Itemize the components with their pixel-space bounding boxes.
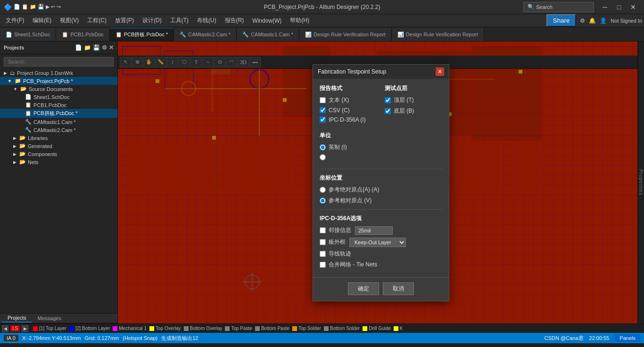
dialog-units-section: 单位 英制 (I) [320, 132, 442, 163]
notification-icon[interactable]: 🔔 [589, 17, 596, 24]
maximize-button[interactable]: □ [612, 0, 626, 14]
layer-prev[interactable]: ◀ [2, 325, 8, 332]
layer-k[interactable]: K [394, 326, 403, 331]
sidebar-search-input[interactable] [4, 57, 114, 66]
tree-item-components[interactable]: ▶ 📂 Components [0, 150, 117, 158]
redo-icon[interactable]: ↪ [57, 4, 61, 10]
layer-top-overlay[interactable]: Top Overlay [149, 326, 181, 331]
tree-item-project-group[interactable]: ▶ 🗂 Project Group 1.DsnWrk [0, 69, 117, 77]
tree-icon: 📋 [25, 110, 32, 116]
tab-messages[interactable]: Messages [32, 314, 67, 322]
report-format-section: 报告格式 文本 (X) CSV (C) IPC-D- [320, 84, 377, 126]
menu-tools[interactable]: 工具(T) [166, 15, 192, 26]
minimize-button[interactable]: ─ [598, 0, 612, 14]
canvas-area[interactable]: ↖ ⊕ ✋ 📏 / ⬡ T ~ ⊙ ◠ 3D ••• [118, 41, 644, 323]
layer-label-tpaste: Top Paste [231, 326, 252, 331]
menu-reports[interactable]: 报告(R) [221, 15, 248, 26]
share-button[interactable]: Share [546, 14, 577, 27]
menu-edit[interactable]: 编辑(E) [29, 15, 55, 26]
radio-absolute-label: 参考绝对原点(A) (A) [329, 186, 379, 194]
checkbox-trace-label: 导线轨迹 [329, 250, 351, 258]
tab-drc1[interactable]: 📊 Design Rule Verification Report [299, 28, 392, 41]
save-icon[interactable]: 💾 [93, 44, 100, 51]
dialog-close-button[interactable]: ✕ [436, 67, 444, 76]
menu-help[interactable]: 帮助(H) [286, 15, 313, 26]
layer-top-paste[interactable]: Top Paste [225, 326, 252, 331]
tab-pcb1[interactable]: 📋 PCB1.PcbDoc [56, 28, 109, 41]
menu-window[interactable]: Window(W) [248, 16, 285, 26]
radio-absolute-input[interactable] [320, 187, 326, 193]
panels-button[interactable]: Panels [615, 334, 640, 342]
menu-place[interactable]: 放置(P) [111, 15, 138, 26]
settings-icon[interactable]: ⚙ [580, 17, 585, 24]
checkbox-trace-input[interactable] [320, 251, 326, 257]
layer-next[interactable]: ▶ [22, 325, 28, 332]
icon3[interactable]: 📁 [30, 4, 36, 10]
settings-icon[interactable]: ⚙ [102, 44, 107, 51]
checkbox-board-label: 板外框 [329, 238, 346, 246]
checkbox-csv-input[interactable] [320, 107, 326, 113]
tree-item-generated[interactable]: ▶ 📂 Generated [0, 142, 117, 150]
tree-label: CAMtastic1.Cam * [33, 119, 76, 125]
tab-cam1[interactable]: 🔧 CAMtastic1.Cam * [237, 28, 299, 41]
cancel-button[interactable]: 取消 [383, 282, 414, 295]
close-button[interactable]: ✕ [626, 0, 640, 14]
tab-projects[interactable]: Projects [2, 314, 32, 322]
titlebar-search[interactable]: 🔍 Search [523, 2, 594, 12]
tree-item-source-docs[interactable]: ▼ 📂 Source Documents [0, 85, 117, 93]
layer-bottom[interactable]: [2] Bottom Layer [69, 326, 110, 331]
new-file-icon[interactable]: 📄 [75, 44, 82, 51]
checkbox-text-input[interactable] [320, 97, 326, 103]
menu-route[interactable]: 布线(U) [193, 15, 220, 26]
radio-imperial: 英制 (I) [320, 143, 377, 151]
checkbox-top-layer-label: 顶层 (T) [394, 96, 414, 104]
icon2[interactable]: 📋 [22, 4, 28, 10]
layer-bottom-solder[interactable]: Bottom Solder [324, 326, 360, 331]
open-icon[interactable]: 📁 [84, 44, 91, 51]
undo-icon[interactable]: ↩ [51, 4, 55, 10]
tree-item-nets[interactable]: ▶ 📂 Nets [0, 158, 117, 166]
tree-item-project[interactable]: ▼ 📁 PCB_Project.PrjPcb * [0, 77, 117, 85]
checkbox-bottom-layer-input[interactable] [385, 108, 391, 114]
layer-mechanical[interactable]: Mechanical 1 [113, 326, 147, 331]
close-panel-icon[interactable]: ✕ [109, 44, 114, 51]
tree-item-libraries[interactable]: ▶ 📂 Libraries [0, 134, 117, 142]
tree-item-cam1[interactable]: ▶ 🔧 CAMtastic1.Cam * [0, 118, 117, 126]
tab-pcb-panel[interactable]: 📋 PCB拼板.PcbDoc * [110, 28, 174, 41]
icon4[interactable]: 💾 [38, 4, 44, 10]
checkbox-merge-input[interactable] [320, 262, 326, 268]
menu-view[interactable]: 视图(V) [56, 15, 83, 26]
icon1[interactable]: 📄 [14, 4, 20, 10]
tree-item-sheet1[interactable]: ▶ 📄 Sheet1.SchDoc [0, 93, 117, 101]
layer-top-solder[interactable]: Top Solder [292, 326, 321, 331]
tree-item-pcb-panel[interactable]: ▶ 📋 PCB拼板.PcbDoc * [0, 109, 117, 118]
radio-relative-input[interactable] [320, 198, 326, 204]
user-icon[interactable]: 👤 [600, 17, 607, 24]
neighbor-value-input[interactable] [355, 226, 393, 235]
checkbox-board-input[interactable] [320, 239, 326, 245]
checkbox-ipc-input[interactable] [320, 116, 326, 123]
menu-design[interactable]: 设计(D) [139, 15, 165, 26]
layer-bottom-overlay[interactable]: Bottom Overlay [184, 326, 223, 331]
tab-sheet1[interactable]: 📄 Sheet1.SchDoc [0, 28, 56, 41]
tab-cam2[interactable]: 🔧 CAMtastic2.Cam * [174, 28, 237, 41]
tree-item-pcb1[interactable]: ▶ 📋 PCB1.PcbDoc [0, 101, 117, 109]
menu-file[interactable]: 文件(F) [2, 15, 28, 26]
layer-bottom-paste[interactable]: Bottom Paste [255, 326, 289, 331]
radio-imperial-input[interactable] [320, 144, 326, 150]
menubar: 文件(F) 编辑(E) 视图(V) 工程(C) 放置(P) 设计(D) 工具(T… [0, 14, 644, 27]
menu-project[interactable]: 工程(C) [83, 15, 110, 26]
checkbox-top-layer-input[interactable] [385, 97, 391, 103]
layer-top[interactable]: [1] Top Layer [33, 326, 66, 331]
tab-drc2[interactable]: 📊 Design Rule Verification Report [392, 28, 484, 41]
user-label[interactable]: Not Signed In [611, 18, 642, 24]
checkbox-text-label: 文本 (X) [329, 96, 349, 104]
ok-button[interactable]: 确定 [348, 282, 379, 295]
layer-drill-guide[interactable]: Drill Guide [363, 326, 391, 331]
ipc-neighbor-row: 邻接信息 [320, 226, 442, 235]
tree-item-cam2[interactable]: ▶ 🔧 CAMtastic2.Cam * [0, 126, 117, 134]
checkbox-neighbor-input[interactable] [320, 227, 326, 233]
icon5[interactable]: ▶ [46, 4, 50, 10]
radio-metric-input[interactable] [320, 154, 326, 160]
board-dropdown[interactable]: Keep-Out Layer [349, 238, 406, 247]
